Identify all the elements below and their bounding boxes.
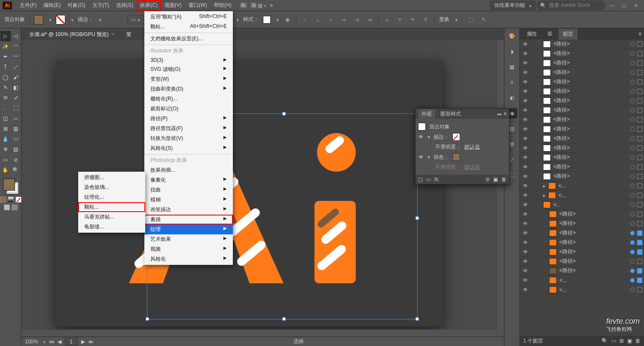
maximize-button[interactable]: ☐ xyxy=(618,1,629,10)
zoom-level[interactable]: 100% xyxy=(25,339,38,345)
submenu-item-染色玻璃...[interactable]: 染色玻璃... xyxy=(78,182,145,192)
target-icon[interactable] xyxy=(630,61,635,65)
selection-indicator[interactable] xyxy=(637,231,642,236)
target-icon[interactable] xyxy=(630,240,635,245)
color-panel-icon[interactable]: 🎨 xyxy=(507,31,517,41)
align-hcenter-icon[interactable]: ⫠ xyxy=(314,15,322,24)
make-clip-icon[interactable]: ▭ xyxy=(611,338,616,344)
clear-icon[interactable]: ⊘ xyxy=(485,176,490,182)
tab-layers[interactable]: 图层 xyxy=(559,29,577,39)
handle[interactable] xyxy=(282,112,286,115)
curvature-tool[interactable]: 〰 xyxy=(11,52,21,62)
direct-selection-tool[interactable]: ◁ xyxy=(11,31,21,41)
eraser-tool[interactable]: ◧ xyxy=(11,82,21,93)
target-icon[interactable] xyxy=(630,250,635,254)
layer-name[interactable]: <路径> xyxy=(559,229,628,237)
menu-窗口(W)[interactable]: 窗口(W) xyxy=(185,0,211,11)
expand-icon[interactable]: ▸ xyxy=(543,183,546,189)
handle[interactable] xyxy=(415,317,419,321)
target-icon[interactable] xyxy=(630,231,635,235)
free-transform-tool[interactable]: ⛶ xyxy=(11,103,21,113)
menu-item-变形(W)[interactable]: 变形(W)▶ xyxy=(144,74,233,84)
visibility-icon[interactable]: 👁 xyxy=(522,107,529,113)
visibility-icon[interactable]: 👁 xyxy=(522,192,529,198)
layers-list[interactable]: 👁<路径>👁<路径>👁<路径>👁<路径>👁<路径>👁<路径>👁<路径>👁<路径>… xyxy=(520,39,644,336)
close-button[interactable]: ✕ xyxy=(630,1,641,10)
layer-name[interactable]: <... xyxy=(559,183,628,189)
paintbrush-tool[interactable]: 🖌 xyxy=(11,72,21,82)
menu-item-纹理[interactable]: 纹理▶ xyxy=(144,225,233,234)
selection-indicator[interactable] xyxy=(637,287,642,292)
visibility-icon[interactable]: 👁 xyxy=(522,117,529,123)
gradient-panel-icon[interactable]: ◐ xyxy=(507,93,517,103)
layer-name[interactable]: <路径> xyxy=(559,239,628,246)
scrollbar-horizontal[interactable] xyxy=(21,330,504,337)
visibility-icon[interactable]: 👁 xyxy=(522,240,529,246)
layer-name[interactable]: <路径> xyxy=(553,144,628,152)
layer-name[interactable]: <路径> xyxy=(559,258,628,265)
target-icon[interactable] xyxy=(630,203,635,207)
layer-row[interactable]: 👁<路径> xyxy=(520,228,644,238)
layer-name[interactable]: <路径> xyxy=(559,220,628,227)
layer-row[interactable]: 👁<路径> xyxy=(520,172,644,181)
layer-name[interactable]: <路径> xyxy=(553,40,628,48)
menu-item-转换为形状(V)[interactable]: 转换为形状(V)▶ xyxy=(144,134,233,143)
layer-row[interactable]: 👁<路径> xyxy=(520,77,644,87)
layer-row[interactable]: 👁<路径> xyxy=(520,96,644,106)
visibility-icon[interactable]: 👁 xyxy=(522,126,529,132)
layer-row[interactable]: 👁<... xyxy=(520,200,644,209)
menu-item-扭曲和变换(D)[interactable]: 扭曲和变换(D)▶ xyxy=(144,84,233,94)
layer-name[interactable]: <路径> xyxy=(553,88,628,95)
doc-tab-2[interactable]: 竖 xyxy=(123,29,135,40)
layer-row[interactable]: 👁<路径> xyxy=(520,58,644,68)
menu-item-扭曲[interactable]: 扭曲▶ xyxy=(144,185,233,195)
visibility-icon[interactable]: 👁 xyxy=(522,183,529,189)
locate-icon[interactable]: 🔍 xyxy=(601,338,608,344)
target-icon[interactable] xyxy=(630,127,635,131)
mesh-tool[interactable]: ⊞ xyxy=(0,124,11,134)
submenu-item-拼缀图...[interactable]: 拼缀图... xyxy=(78,173,145,182)
selection-indicator[interactable] xyxy=(637,221,642,226)
distribute-4-icon[interactable]: ⫪ xyxy=(421,15,430,24)
no-stroke-swatch[interactable] xyxy=(452,133,460,141)
blend-tool[interactable]: ⬭ xyxy=(11,134,21,144)
submenu-item-马赛克拼贴...[interactable]: 马赛克拼贴... xyxy=(78,212,145,222)
visibility-icon[interactable]: 👁 xyxy=(522,145,529,151)
target-icon[interactable] xyxy=(630,89,635,94)
stroke-swatch[interactable] xyxy=(56,15,65,24)
selection-indicator[interactable] xyxy=(637,240,642,245)
layer-row[interactable]: 👁<路径> xyxy=(520,257,644,266)
target-icon[interactable] xyxy=(630,174,635,179)
selection-indicator[interactable] xyxy=(637,155,642,160)
selection-indicator[interactable] xyxy=(637,89,642,94)
scale-tool[interactable]: ⤢ xyxy=(11,93,21,103)
visibility-icon[interactable]: 👁 xyxy=(522,202,529,208)
layer-row[interactable]: 👁<路径> xyxy=(520,106,644,115)
visibility-icon[interactable]: 👁 xyxy=(522,230,529,236)
selection-indicator[interactable] xyxy=(637,70,642,75)
target-icon[interactable] xyxy=(630,118,635,122)
menu-item-栅格化(R)...[interactable]: 栅格化(R)... xyxy=(144,94,233,104)
layer-name[interactable]: <路径> xyxy=(553,116,628,123)
menu-item-裁剪标记(O)[interactable]: 裁剪标记(O) xyxy=(144,104,233,114)
target-icon[interactable] xyxy=(630,259,635,264)
align-right-icon[interactable]: ⫟ xyxy=(327,15,335,24)
bridge-badge[interactable]: Br xyxy=(240,3,247,8)
selection-indicator[interactable] xyxy=(637,278,642,283)
target-icon[interactable] xyxy=(630,137,635,141)
stock-badge[interactable]: St xyxy=(250,3,257,8)
search-input[interactable]: 🔍 搜索 Adobe Stock xyxy=(537,0,605,10)
new-fill-icon[interactable]: ▢ xyxy=(418,176,423,182)
selection-indicator[interactable] xyxy=(637,249,642,255)
edit-icon[interactable]: ✎ xyxy=(479,15,488,24)
menu-item-视频[interactable]: 视频▶ xyxy=(144,244,233,254)
menu-对象(O)[interactable]: 对象(O) xyxy=(64,0,89,11)
layer-row[interactable]: 👁<路径> xyxy=(520,49,644,58)
selection-indicator[interactable] xyxy=(637,164,642,170)
layer-row[interactable]: 👁<路径> xyxy=(520,143,644,153)
selection-indicator[interactable] xyxy=(637,117,642,122)
eyedropper-tool[interactable]: 💧 xyxy=(0,134,11,144)
fill-row-label[interactable]: 填色： xyxy=(433,154,449,161)
graph-tool[interactable]: ▤ xyxy=(11,144,21,155)
delete-icon[interactable]: 🗑 xyxy=(635,338,641,344)
